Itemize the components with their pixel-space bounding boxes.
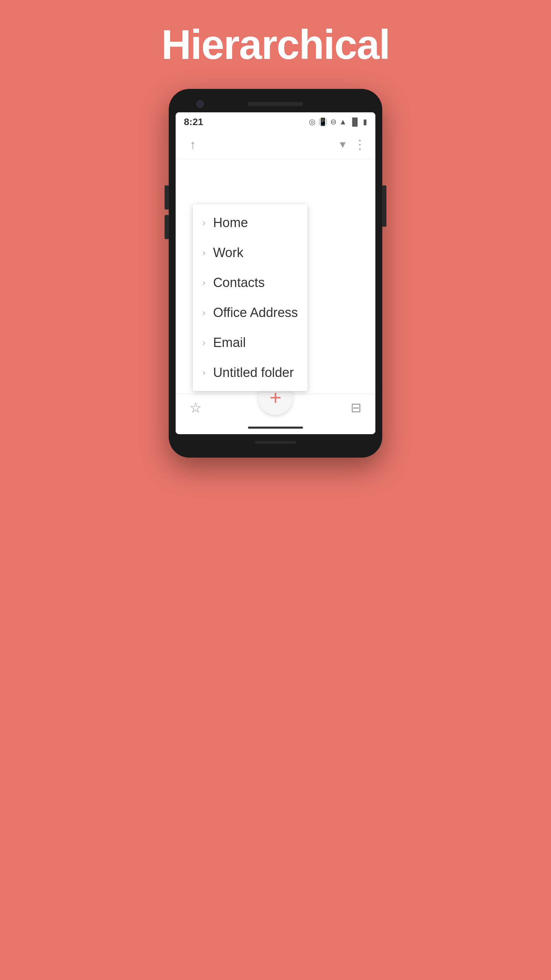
signal-icon: ▐▌ [349, 118, 360, 126]
phone-side-right [382, 185, 386, 227]
up-arrow-icon: ↑ [190, 137, 196, 152]
speaker-grill [248, 102, 303, 106]
menu-item-email[interactable]: › Email [193, 328, 308, 358]
menu-item-contacts-label: Contacts [213, 275, 265, 290]
more-icon: ⋮ [354, 137, 367, 152]
phone-frame: 8:21 ◎ 📳 ⊖ ▲ ▐▌ ▮ ↑ ▼ ⋮ [169, 89, 382, 458]
chevron-right-icon: › [203, 218, 206, 228]
menu-item-contacts[interactable]: › Contacts [193, 268, 308, 298]
main-content: › Home › Work › Contacts › Office Addres… [176, 159, 375, 394]
star-icon: ☆ [189, 400, 202, 415]
up-button[interactable]: ↑ [183, 134, 203, 155]
status-time: 8:21 [184, 116, 203, 127]
menu-item-work[interactable]: › Work [193, 238, 308, 268]
front-camera [196, 100, 204, 108]
wifi-icon: ▲ [339, 118, 347, 126]
power-button[interactable] [382, 185, 386, 227]
chevron-right-icon: › [203, 247, 206, 258]
status-bar: 8:21 ◎ 📳 ⊖ ▲ ▐▌ ▮ [176, 112, 375, 130]
add-folder-button[interactable]: ⊟ [351, 400, 362, 415]
menu-item-home[interactable]: › Home [193, 208, 308, 238]
dropdown-menu: › Home › Work › Contacts › Office Addres… [193, 204, 308, 391]
phone-bottom-bezel [176, 434, 375, 451]
folder-add-icon: ⊟ [351, 401, 362, 415]
status-icons: ◎ 📳 ⊖ ▲ ▐▌ ▮ [309, 118, 367, 126]
menu-item-home-label: Home [213, 215, 248, 230]
chevron-right-icon: › [203, 337, 206, 348]
bottom-bar: ☆ + ⊟ [176, 394, 375, 421]
dropdown-button[interactable]: ▼ [334, 136, 351, 153]
phone-top-bezel [176, 96, 375, 112]
notify-icon: ◎ [309, 118, 316, 126]
chevron-right-icon: › [203, 277, 206, 288]
volume-up-button[interactable] [165, 185, 169, 210]
bottom-nav-button [255, 441, 296, 444]
menu-item-office-address[interactable]: › Office Address [193, 298, 308, 328]
menu-item-untitled-folder[interactable]: › Untitled folder [193, 358, 308, 388]
favorites-button[interactable]: ☆ [189, 400, 202, 415]
menu-item-work-label: Work [213, 245, 243, 260]
menu-item-untitled-folder-label: Untitled folder [213, 365, 294, 380]
volume-down-button[interactable] [165, 215, 169, 239]
chevron-down-icon: ▼ [338, 139, 348, 150]
home-indicator-area [176, 421, 375, 434]
chevron-right-icon: › [203, 307, 206, 318]
minus-circle-icon: ⊖ [330, 118, 337, 126]
page-title: Hierarchical [161, 21, 389, 68]
menu-item-office-address-label: Office Address [213, 305, 298, 320]
battery-icon: ▮ [363, 118, 367, 126]
vibrate-icon: 📳 [318, 118, 327, 126]
phone-side-left [165, 185, 169, 239]
phone-screen: 8:21 ◎ 📳 ⊖ ▲ ▐▌ ▮ ↑ ▼ ⋮ [176, 112, 375, 434]
app-toolbar: ↑ ▼ ⋮ [176, 130, 375, 159]
chevron-right-icon: › [203, 368, 206, 378]
more-options-button[interactable]: ⋮ [351, 136, 368, 153]
home-indicator-bar [248, 426, 303, 429]
menu-item-email-label: Email [213, 335, 246, 350]
